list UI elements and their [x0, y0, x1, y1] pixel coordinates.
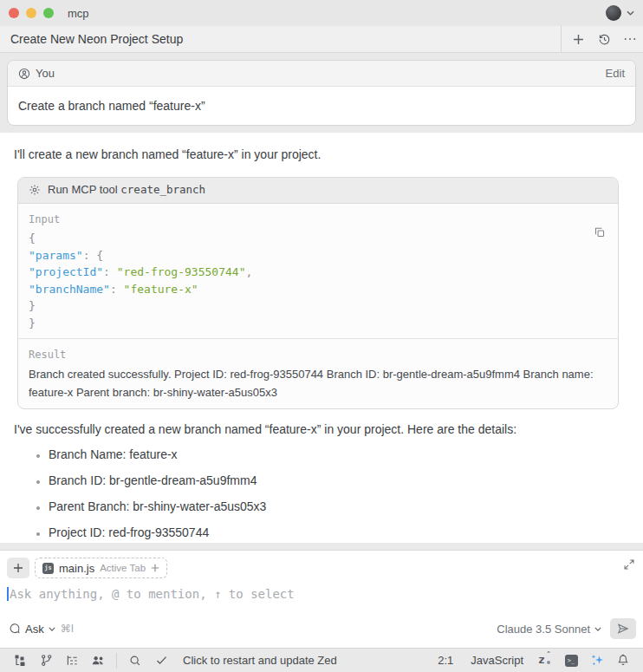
language-selector[interactable]: JavaScript [464, 654, 530, 667]
collab-panel-icon[interactable] [87, 651, 109, 670]
list-item: Branch ID: br-gentle-dream-a5u9fmm4 [49, 473, 629, 489]
assistant-message: I'll create a new branch named “feature-… [0, 133, 643, 543]
diagnostics-check-icon[interactable] [150, 651, 172, 670]
mode-label: Ask [25, 623, 44, 636]
assistant-sparkle-icon[interactable] [586, 651, 608, 670]
edit-button[interactable]: Edit [606, 67, 625, 80]
divider [561, 26, 562, 52]
outline-panel-icon[interactable] [61, 651, 83, 670]
list-item: Parent Branch: br-shiny-water-a5us05x3 [49, 499, 629, 515]
input-label: Input [29, 212, 607, 226]
author-label: You [36, 67, 55, 80]
status-bar: Click to restart and update Zed 2:1 Java… [0, 648, 643, 672]
tool-input-code: { "params": { "projectId": "red-frog-935… [29, 230, 607, 331]
person-icon [18, 68, 30, 80]
title-bar: mcp [0, 0, 643, 26]
context-chip-main-js[interactable]: js main.js Active Tab [35, 558, 167, 578]
update-zed-button[interactable]: Click to restart and update Zed [183, 654, 337, 667]
model-selector[interactable]: Claude 3.5 Sonnet [497, 623, 601, 636]
assistant-intro: I'll create a new branch named “feature-… [14, 147, 629, 163]
user-message-text[interactable]: Create a branch named “feature-x” [8, 87, 635, 125]
chevron-down-icon [594, 627, 601, 631]
git-branch-icon[interactable] [35, 651, 57, 670]
search-icon[interactable] [124, 651, 146, 670]
copy-icon[interactable] [594, 226, 606, 238]
minimize-button[interactable] [26, 8, 36, 18]
user-message-card: You Edit Create a branch named “feature-… [7, 60, 636, 126]
tool-input-section: Input { "params": { "projectId": "red-fr… [18, 204, 618, 338]
edit-prediction-icon[interactable]: zˆ [534, 651, 556, 670]
expand-composer-icon[interactable] [622, 558, 636, 571]
notifications-bell-icon[interactable] [612, 651, 634, 670]
cursor-position[interactable]: 2:1 [431, 654, 460, 667]
history-icon[interactable] [591, 26, 617, 52]
list-item: Branch Name: feature-x [49, 447, 629, 463]
add-context-button[interactable] [7, 558, 29, 578]
gear-icon [29, 184, 41, 196]
mode-selector[interactable]: Ask [9, 623, 55, 636]
list-item: Project ID: red-frog-93550744 [49, 525, 629, 541]
avatar[interactable] [606, 5, 621, 21]
tool-result-section: Result Branch created successfully. Proj… [18, 339, 618, 408]
more-menu-icon[interactable] [617, 26, 643, 52]
prompt-input[interactable]: Ask anything, @ to mention, ↑ to select [7, 578, 636, 618]
divider [116, 653, 117, 669]
terminal-icon[interactable]: >_ [560, 651, 582, 670]
tool-header-prefix: Run MCP tool [48, 183, 118, 196]
zoom-button[interactable] [43, 8, 54, 18]
user-message-band: You Edit Create a branch named “feature-… [0, 53, 643, 133]
divider [0, 543, 643, 550]
tool-call-header[interactable]: Run MCP tool create_branch [18, 178, 618, 204]
project-title: mcp [68, 7, 89, 20]
chip-plus-icon [151, 564, 159, 572]
send-button[interactable] [610, 618, 636, 639]
text-cursor [7, 587, 9, 601]
new-thread-button[interactable] [565, 26, 591, 52]
message-list: You Edit Create a branch named “feature-… [0, 53, 643, 543]
details-list: Branch Name: feature-xBranch ID: br-gent… [14, 447, 629, 541]
thread-header: Create New Neon Project Setup [0, 26, 643, 53]
chevron-down-icon [49, 627, 55, 631]
tool-name: create_branch [120, 183, 205, 196]
assistant-summary-intro: I've successfully created a new branch n… [14, 421, 629, 438]
prompt-placeholder: Ask anything, @ to mention, ↑ to select [10, 587, 295, 601]
window-controls [9, 8, 54, 18]
context-badge: Active Tab [100, 563, 146, 573]
thread-title: Create New Neon Project Setup [10, 32, 183, 46]
tool-call-card: Run MCP tool create_branch Input { "para… [17, 177, 619, 409]
result-label: Result [29, 348, 607, 362]
context-file-name: main.js [59, 562, 94, 575]
chevron-down-icon[interactable] [627, 10, 634, 16]
model-name: Claude 3.5 Sonnet [497, 623, 590, 636]
tool-result-text: Branch created successfully. Project ID:… [29, 365, 607, 401]
mode-shortcut: ⌘I [61, 623, 74, 635]
javascript-file-icon: js [42, 563, 54, 574]
project-panel-icon[interactable] [9, 651, 31, 670]
chat-bubble-icon [9, 623, 21, 635]
message-composer: js main.js Active Tab Ask anything, @ to… [0, 550, 643, 648]
close-button[interactable] [9, 8, 19, 18]
